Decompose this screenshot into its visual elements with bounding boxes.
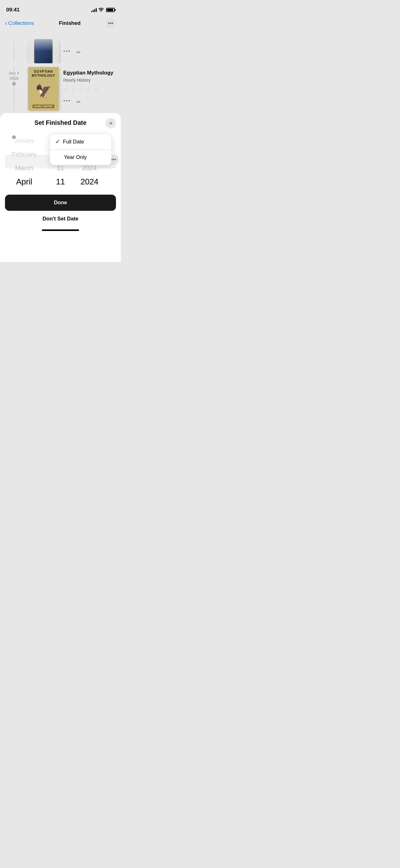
book-info: ••• ☁ [63, 36, 116, 60]
check-icon: ✓ [56, 138, 60, 145]
battery-icon [106, 8, 115, 12]
home-indicator [42, 229, 79, 231]
star-3[interactable]: ☆ [78, 86, 84, 94]
more-button[interactable]: ••• [105, 18, 116, 29]
options-icon[interactable]: ••• [63, 98, 71, 104]
year-only-label: Year Only [64, 154, 87, 160]
star-4[interactable]: ☆ [86, 86, 92, 94]
status-icons [91, 7, 115, 13]
done-button[interactable]: Done [5, 195, 116, 211]
date-picker[interactable]: January February March April May June Ju… [0, 134, 121, 190]
star-2[interactable]: ☆ [71, 86, 77, 94]
modal-sheet: ✕ Set Finished Date January February Mar… [0, 113, 121, 262]
picker-month-march[interactable]: March [0, 161, 48, 175]
book-content: EGYPTIANMYTHOLOGY 🦅 HOURLY HISTORY Egypt… [28, 67, 116, 111]
picker-year-2025[interactable]: 2025 [72, 188, 106, 190]
book-cover[interactable]: EGYPTIANMYTHOLOGY 🦅 HOURLY HISTORY [28, 67, 59, 111]
date-type-dropdown[interactable]: ✓ Full Date Year Only [49, 134, 112, 165]
cloud-icon[interactable]: ☁ [75, 48, 81, 55]
list-item: ••• ☁ [0, 32, 121, 63]
cover-illustration: 🦅 [35, 84, 52, 99]
month-picker[interactable]: January February March April May June Ju… [0, 134, 48, 190]
full-date-label: Full Date [63, 139, 84, 145]
book-info: Egyptian Mythology Hourly History ☆ ☆ ☆ … [63, 67, 116, 111]
timeline-col [0, 36, 28, 60]
cover-badge: HOURLY HISTORY [33, 104, 54, 108]
page-title: Finished [59, 20, 80, 26]
more-dots-icon: ••• [111, 157, 116, 162]
picker-year-selected[interactable]: 2024 [72, 175, 106, 188]
wifi-icon [99, 7, 104, 13]
signal-icon [91, 8, 97, 12]
picker-month-may[interactable]: May [0, 188, 48, 190]
star-1[interactable]: ☆ [63, 86, 69, 94]
picker-month-february[interactable]: February [0, 148, 48, 161]
nav-header: ‹ Collections Finished ••• [0, 16, 121, 32]
status-time: 09:41 [6, 7, 20, 13]
book-title: Egyptian Mythology [63, 69, 116, 76]
timeline-col: Sep 42018 [0, 67, 28, 111]
close-icon: ✕ [109, 120, 113, 126]
picker-month-january[interactable]: January [0, 134, 48, 148]
picker-day-selected[interactable]: 11 [48, 175, 72, 188]
book-author: Hourly History [63, 78, 116, 83]
book-actions: ••• ☁ [63, 48, 116, 55]
modal-title: Set Finished Date [0, 119, 121, 126]
back-label: Collections [8, 20, 34, 26]
device-image [34, 39, 53, 63]
list-item: Sep 42018 EGYPTIANMYTHOLOGY 🦅 HOURLY HIS… [0, 63, 121, 117]
star-rating[interactable]: ☆ ☆ ☆ ☆ ☆ [63, 86, 116, 94]
more-icon: ••• [108, 21, 113, 26]
dropdown-full-date[interactable]: ✓ Full Date [50, 134, 111, 150]
cover-title: EGYPTIANMYTHOLOGY [32, 69, 55, 78]
book-cover[interactable] [28, 39, 59, 63]
picker-day-12[interactable]: 12 [48, 188, 72, 190]
modal-close-button[interactable]: ✕ [105, 118, 116, 128]
back-chevron-icon: ‹ [5, 20, 7, 27]
book-actions: ••• ☁ [63, 97, 116, 104]
book-content: ••• ☁ [28, 36, 116, 60]
cloud-icon[interactable]: ☁ [75, 97, 81, 104]
picker-month-april[interactable]: April [0, 175, 48, 188]
dont-set-date-button[interactable]: Don't Set Date [0, 211, 121, 227]
back-button[interactable]: ‹ Collections [5, 20, 34, 27]
star-5[interactable]: ☆ [93, 86, 99, 94]
status-bar: 09:41 [0, 0, 121, 16]
options-icon[interactable]: ••• [63, 48, 71, 55]
dropdown-year-only[interactable]: Year Only [50, 150, 111, 165]
